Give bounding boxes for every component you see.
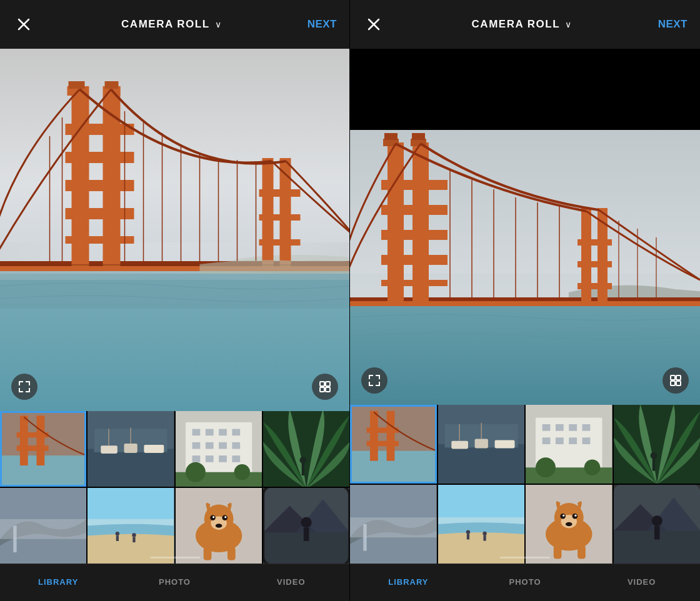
camera-roll-dropdown-right[interactable]: CAMERA ROLL ∨ [472,18,571,31]
svg-rect-113 [381,255,448,265]
svg-rect-38 [326,382,330,386]
thumbnail-grid-left [0,411,349,564]
svg-point-93 [224,516,226,518]
thumbnail-silhouette[interactable] [263,488,349,564]
svg-rect-139 [370,411,378,461]
svg-point-74 [299,457,306,464]
thumbnail-silhouette-right[interactable] [614,485,701,564]
tab-video-left[interactable]: VIDEO [233,577,349,588]
svg-rect-169 [350,517,437,537]
svg-rect-68 [232,455,240,462]
svg-rect-39 [320,387,324,392]
layout-button-right[interactable] [662,367,689,394]
thumbnail-bridge-left[interactable] [0,411,86,487]
next-button-right[interactable]: NEXT [658,18,688,31]
svg-rect-164 [614,405,701,484]
tab-video-right[interactable]: VIDEO [583,577,700,588]
thumbnail-beach[interactable] [88,488,174,564]
thumbnail-corgi-right[interactable] [526,485,612,564]
svg-rect-79 [88,488,174,519]
svg-rect-42 [0,455,86,487]
svg-rect-144 [438,444,525,484]
thumbnail-hills[interactable] [0,488,86,564]
svg-point-92 [212,516,214,518]
svg-rect-50 [101,445,118,454]
svg-rect-64 [232,442,240,449]
svg-rect-95 [227,547,235,560]
panel-left: CAMERA ROLL ∨ NEXT [0,0,350,601]
svg-rect-140 [387,411,395,461]
tab-bar-left: LIBRARY PHOTO VIDEO [0,564,349,601]
close-button-right[interactable] [362,13,385,36]
svg-point-71 [234,464,250,480]
svg-point-181 [566,522,572,526]
svg-point-173 [466,530,469,534]
svg-rect-114 [381,280,448,286]
svg-point-81 [116,532,119,535]
svg-rect-157 [542,437,551,444]
header-right: CAMERA ROLL ∨ NEXT [350,0,700,49]
svg-point-166 [650,452,657,459]
svg-rect-123 [578,283,612,289]
svg-rect-155 [569,424,577,431]
svg-rect-65 [192,455,200,462]
thumbnail-marina[interactable] [88,411,174,487]
tab-library-left[interactable]: LIBRARY [0,577,116,588]
camera-roll-dropdown-left[interactable]: CAMERA ROLL ∨ [121,18,221,31]
thumbnail-corgi[interactable] [176,488,262,564]
svg-rect-60 [232,429,240,436]
svg-rect-121 [578,239,612,246]
svg-rect-73 [301,462,304,475]
svg-rect-62 [205,442,213,449]
expand-button-right[interactable] [361,367,388,394]
svg-rect-137 [350,405,437,484]
scroll-indicator-left [150,557,200,559]
camera-roll-title-left: CAMERA ROLL [121,18,209,31]
thumbnail-hills-right[interactable] [350,485,437,564]
svg-rect-156 [582,424,591,431]
preview-black-top-right [350,49,700,130]
svg-rect-58 [205,429,213,436]
svg-rect-52 [144,445,164,453]
tab-library-right[interactable]: LIBRARY [350,577,467,588]
svg-rect-176 [483,535,486,541]
close-button-left[interactable] [12,13,35,36]
svg-rect-133 [671,375,675,380]
svg-rect-61 [192,442,200,449]
svg-rect-59 [219,429,227,436]
thumbnail-marina-right[interactable] [438,405,525,484]
svg-rect-153 [542,424,551,431]
svg-rect-171 [438,485,525,517]
svg-rect-82 [116,535,119,541]
svg-rect-24 [259,239,301,246]
thumbnail-tropical-right[interactable] [614,405,701,484]
svg-rect-19 [105,81,119,89]
svg-rect-165 [652,457,654,470]
svg-rect-48 [88,449,174,487]
thumbnail-beach-right[interactable] [438,485,525,564]
thumbnail-bridge-right[interactable] [350,405,437,484]
svg-rect-174 [466,534,469,540]
svg-point-175 [482,532,486,535]
svg-rect-135 [671,381,675,385]
bridge-preview-left [0,49,349,411]
svg-rect-51 [124,444,138,453]
svg-rect-111 [381,205,448,215]
next-button-left[interactable]: NEXT [308,18,337,31]
thumbnail-building-right[interactable] [526,405,612,484]
tab-photo-right[interactable]: PHOTO [467,577,584,588]
svg-rect-72 [263,411,349,487]
layout-button-left[interactable] [312,374,338,400]
svg-rect-63 [219,442,227,449]
svg-rect-138 [350,451,437,484]
svg-rect-46 [17,445,49,451]
svg-rect-13 [66,180,134,191]
thumbnail-building[interactable] [176,411,262,487]
svg-rect-186 [554,545,562,559]
thumbnail-tropical[interactable] [263,411,349,487]
svg-rect-36 [0,271,349,309]
expand-button-left[interactable] [11,374,38,400]
tab-photo-left[interactable]: PHOTO [116,577,232,588]
scroll-indicator-right [500,557,550,559]
svg-point-83 [132,533,136,537]
